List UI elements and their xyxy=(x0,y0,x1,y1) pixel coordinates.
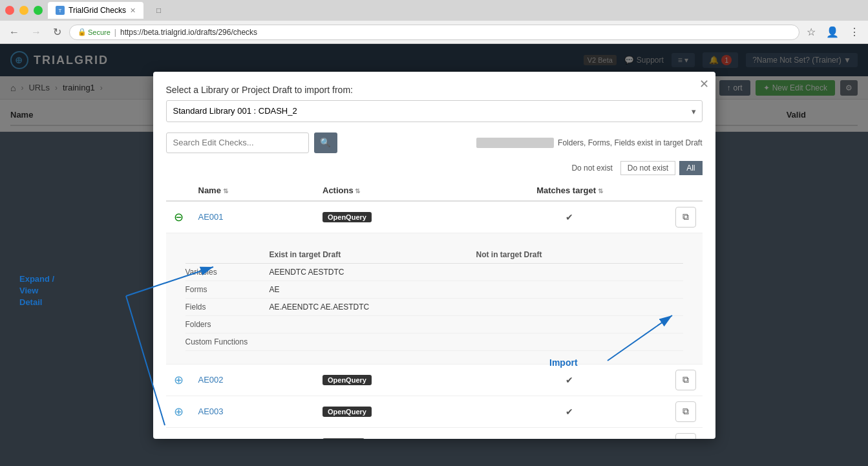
filter-all-btn[interactable]: All xyxy=(679,161,702,175)
expand-collapse-icon[interactable]: ⊕ xyxy=(174,405,184,418)
back-button[interactable]: ← xyxy=(5,25,23,39)
legend-exist-text: Folders, Forms, Fields exist in target D… xyxy=(558,138,702,147)
bookmark-icon[interactable]: ☆ xyxy=(803,25,819,39)
detail-row-label: Variables xyxy=(185,268,270,277)
action-badge-openquery: OpenQuery xyxy=(323,212,372,222)
import-button[interactable]: ⧉ xyxy=(675,207,696,228)
modal-table-wrap[interactable]: Name Actions Matches target ⊖ AE001 Open… xyxy=(153,180,715,439)
import-button[interactable]: ⧉ xyxy=(675,370,696,390)
expand-cell[interactable]: ⊕ xyxy=(166,396,192,427)
address-url: https://beta.trialgrid.io/drafts/296/che… xyxy=(120,28,257,37)
detail-row-label: Forms xyxy=(185,285,270,294)
lock-icon: 🔒 xyxy=(78,28,87,36)
library-select-wrap: Standard Library 001 : CDASH_2 ▾ xyxy=(166,100,703,122)
expand-cell[interactable]: ⊕ xyxy=(166,364,192,396)
check-name-cell: AE001 xyxy=(192,201,317,233)
detail-row-label: Custom Functions xyxy=(185,337,270,346)
import-cell: ⧉ xyxy=(669,364,703,396)
detail-row: Exist in target Draft Not in target Draf… xyxy=(166,233,703,364)
action-cell: AddForm xyxy=(316,427,471,439)
search-icon: 🔍 xyxy=(320,138,331,147)
action-cell: OpenQuery xyxy=(316,201,471,233)
modal-table-header-row: Name Actions Matches target xyxy=(166,180,703,201)
import-cell: ⧉ xyxy=(669,201,703,233)
check-name-link[interactable]: AE003 xyxy=(198,407,224,416)
modal-search-input[interactable] xyxy=(166,132,309,153)
legend-color-exist xyxy=(476,138,554,148)
detail-exist-header: Exist in target Draft xyxy=(270,250,476,259)
expand-collapse-icon[interactable]: ⊕ xyxy=(174,437,184,439)
modal-select-label: Select a Library or Project Draft to imp… xyxy=(166,85,703,95)
more-menu-icon[interactable]: ⋮ xyxy=(846,25,863,39)
matches-checkmark: ✔ xyxy=(566,438,573,439)
col-matches-header[interactable]: Matches target xyxy=(471,180,668,201)
forward-button[interactable]: → xyxy=(27,25,45,39)
detail-row-exist: AEENDTC AESTDTC xyxy=(270,268,476,277)
modal-close-button[interactable]: ✕ xyxy=(699,77,709,91)
action-cell: OpenQuery xyxy=(316,396,471,427)
detail-row-exist: AE xyxy=(270,285,476,294)
copy-icon: ⧉ xyxy=(683,438,689,439)
import-cell: ⧉ xyxy=(669,396,703,427)
check-name-link[interactable]: AEYN001 xyxy=(198,438,235,439)
action-badge-openquery: OpenQuery xyxy=(323,375,372,385)
detail-row-label: Fields xyxy=(185,302,270,312)
detail-cell: Exist in target Draft Not in target Draf… xyxy=(166,233,703,364)
matches-checkmark: ✔ xyxy=(566,407,573,417)
table-row: ⊕ AE003 OpenQuery ✔ ⧉ xyxy=(166,396,703,427)
matches-cell: ✔ xyxy=(471,364,668,396)
check-name-link[interactable]: AE001 xyxy=(198,212,224,222)
import-cell: ⧉ xyxy=(669,427,703,439)
filter-do-not-exist-btn[interactable]: Do not exist xyxy=(620,161,675,175)
import-button[interactable]: ⧉ xyxy=(675,401,696,422)
copy-icon: ⧉ xyxy=(683,374,689,385)
detail-data-row: Forms AE xyxy=(185,281,683,299)
action-cell: OpenQuery xyxy=(316,364,471,396)
action-badge-addform: AddForm xyxy=(323,438,365,439)
col-name-header[interactable]: Name xyxy=(192,180,317,201)
table-row: ⊕ AE002 OpenQuery ✔ ⧉ xyxy=(166,364,703,396)
reload-button[interactable]: ↻ xyxy=(49,25,65,39)
table-row: ⊖ AE001 OpenQuery ✔ ⧉ xyxy=(166,201,703,233)
address-bar[interactable]: 🔒 Secure | https://beta.trialgrid.io/dra… xyxy=(69,25,799,40)
browser-tab[interactable]: T TrialGrid Checks ✕ xyxy=(48,2,143,19)
detail-not-header: Not in target Draft xyxy=(476,250,683,259)
detail-data-row: Custom Functions xyxy=(185,334,683,351)
new-tab-btn[interactable]: □ xyxy=(149,2,169,19)
expand-cell[interactable]: ⊖ xyxy=(166,201,192,233)
matches-cell: ✔ xyxy=(471,427,668,439)
action-badge-openquery: OpenQuery xyxy=(323,407,372,417)
tab-close-icon[interactable]: ✕ xyxy=(130,6,136,15)
library-select[interactable]: Standard Library 001 : CDASH_2 xyxy=(166,100,703,122)
matches-cell: ✔ xyxy=(471,201,668,233)
table-row: ⊕ AEYN001 AddForm ✔ ⧉ xyxy=(166,427,703,439)
col-expand-header xyxy=(166,180,192,201)
check-name-link[interactable]: AE002 xyxy=(198,375,224,385)
filter-legend: Do not exist xyxy=(571,164,612,173)
detail-data-row: Folders xyxy=(185,316,683,334)
copy-icon: ⧉ xyxy=(683,406,689,417)
detail-data-row: Variables AEENDTC AESTDTC xyxy=(185,264,683,281)
matches-cell: ✔ xyxy=(471,396,668,427)
modal-search-row: 🔍 Folders, Forms, Fields exist in target… xyxy=(166,132,703,153)
profile-icon[interactable]: 👤 xyxy=(823,25,842,39)
detail-row-label: Folders xyxy=(185,320,270,329)
tab-label: TrialGrid Checks xyxy=(69,6,126,15)
check-name-cell: AEYN001 xyxy=(192,427,317,439)
expand-collapse-icon[interactable]: ⊖ xyxy=(174,211,184,224)
expand-annotation: Expand / View Detail xyxy=(19,273,54,309)
expand-cell[interactable]: ⊕ xyxy=(166,427,192,439)
detail-data-row: Fields AE.AEENDTC AE.AESTDTC xyxy=(185,299,683,316)
import-modal: ✕ Select a Library or Project Draft to i… xyxy=(153,72,715,439)
detail-row-exist: AE.AEENDTC AE.AESTDTC xyxy=(270,302,476,312)
import-button[interactable]: ⧉ xyxy=(675,433,696,439)
tab-favicon: T xyxy=(56,6,65,15)
modal-search-button[interactable]: 🔍 xyxy=(314,132,337,153)
col-actions-header[interactable]: Actions xyxy=(316,180,471,201)
modal-table-body: ⊖ AE001 OpenQuery ✔ ⧉ Exist in target Dr… xyxy=(166,201,703,439)
check-name-cell: AE002 xyxy=(192,364,317,396)
secure-badge: 🔒 Secure xyxy=(78,28,111,36)
copy-icon: ⧉ xyxy=(683,211,689,222)
expand-collapse-icon[interactable]: ⊕ xyxy=(174,374,184,387)
modal-overlay: ✕ Select a Library or Project Draft to i… xyxy=(0,44,868,466)
